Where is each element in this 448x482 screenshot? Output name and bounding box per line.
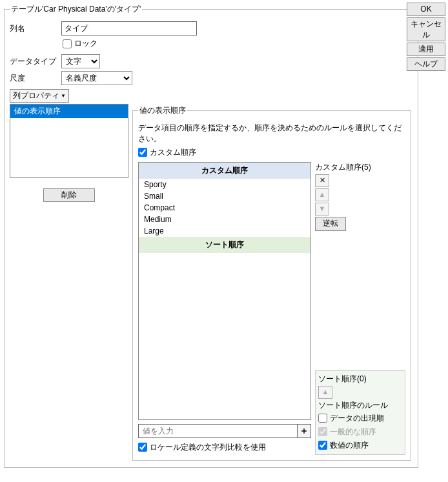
- custom-count-label: カスタム順序(5): [315, 162, 405, 173]
- group-legend: テーブル'Car Physical Data'の'タイプ': [10, 4, 142, 15]
- move-up-button[interactable]: ▲: [315, 188, 329, 201]
- add-value-button[interactable]: ＋: [297, 424, 311, 438]
- move-down-button[interactable]: ▼: [315, 203, 329, 216]
- help-button[interactable]: ヘルプ: [407, 57, 445, 71]
- table-column-group: テーブル'Car Physical Data'の'タイプ' 列名 ロック データ…: [4, 4, 418, 468]
- rule-general-label: 一般的な順序: [330, 427, 376, 437]
- rule-numeric-label: 数値の順序: [330, 440, 369, 451]
- column-property-label: 列プロパティ: [13, 90, 59, 101]
- plus-icon: ＋: [300, 425, 309, 437]
- remove-button[interactable]: ✕: [315, 174, 329, 187]
- property-list-item[interactable]: 値の表示順序: [10, 105, 128, 118]
- ok-button[interactable]: OK: [407, 3, 445, 16]
- sort-count-label: ソート順序(0): [318, 374, 402, 385]
- scale-select[interactable]: 名義尺度: [61, 71, 132, 85]
- order-list[interactable]: カスタム順序 Sporty Small Compact Medium Large…: [138, 162, 311, 420]
- column-property-dropdown[interactable]: 列プロパティ ▼: [10, 89, 69, 103]
- custom-order-checkbox[interactable]: [138, 148, 147, 157]
- lock-label: ロック: [74, 38, 97, 49]
- custom-order-header: カスタム順序: [139, 163, 311, 179]
- apply-button[interactable]: 適用: [407, 43, 445, 56]
- value-order-instruction: データ項目の順序を指定するか、順序を決めるためのルールを選択してください。: [138, 123, 405, 145]
- colname-input[interactable]: [61, 21, 197, 35]
- rule-occurrence-checkbox[interactable]: [318, 414, 327, 423]
- close-icon: ✕: [320, 177, 325, 184]
- cancel-button[interactable]: キャンセル: [407, 17, 445, 42]
- value-input[interactable]: [138, 424, 297, 438]
- order-item[interactable]: Small: [139, 190, 311, 202]
- rule-general-checkbox: [318, 427, 327, 436]
- rule-occurrence-label: データの出現順: [330, 413, 384, 424]
- colname-label: 列名: [10, 23, 61, 34]
- reverse-button[interactable]: 逆転: [315, 217, 346, 231]
- locale-compare-label: ロケール定義の文字列比較を使用: [150, 442, 266, 453]
- scale-label: 尺度: [10, 73, 61, 84]
- value-display-order-group: 値の表示順序 データ項目の順序を指定するか、順序を決めるためのルールを選択してく…: [132, 105, 411, 461]
- order-item[interactable]: Compact: [139, 202, 311, 214]
- property-listbox[interactable]: 値の表示順序: [10, 104, 128, 178]
- sort-rules-label: ソート順序のルール: [318, 400, 402, 411]
- arrow-up-icon: ▲: [319, 191, 326, 198]
- order-item[interactable]: Sporty: [139, 179, 311, 190]
- lock-checkbox[interactable]: [63, 39, 72, 48]
- value-order-legend: 値の表示順序: [138, 105, 187, 116]
- delete-button[interactable]: 削除: [43, 188, 95, 202]
- datatype-label: データタイプ: [10, 56, 61, 67]
- arrow-down-icon: ▼: [319, 205, 326, 212]
- order-item[interactable]: Medium: [139, 214, 311, 225]
- arrow-up-icon: ▲: [322, 388, 329, 396]
- custom-order-label: カスタム順序: [150, 147, 196, 158]
- chevron-down-icon: ▼: [61, 93, 66, 99]
- sort-move-up-button[interactable]: ▲: [318, 386, 332, 399]
- rule-numeric-checkbox[interactable]: [318, 441, 327, 450]
- order-item[interactable]: Large: [139, 225, 311, 237]
- datatype-select[interactable]: 文字: [61, 54, 100, 68]
- sort-order-header: ソート順序: [139, 237, 311, 253]
- locale-compare-checkbox[interactable]: [138, 443, 147, 452]
